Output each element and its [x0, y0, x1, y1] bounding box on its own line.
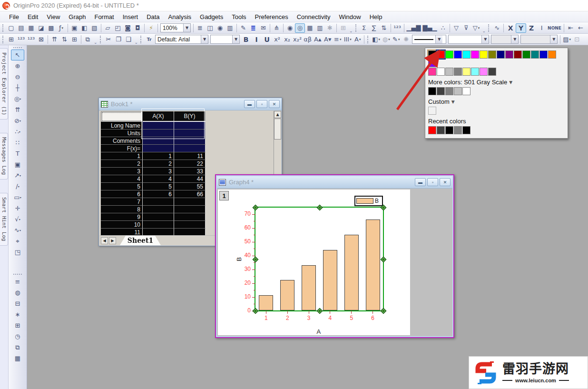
row-label-cell[interactable]: 7	[101, 198, 143, 206]
selection-handle[interactable]	[316, 308, 323, 314]
folder-stamp-tool[interactable]: ⧉	[11, 342, 24, 353]
data-cell[interactable]	[174, 130, 206, 137]
row-label-cell[interactable]: 6	[101, 190, 143, 198]
pattern-color-button[interactable]: ◍▾	[381, 35, 391, 44]
font-name-select[interactable]: Default: Arial▼	[155, 35, 208, 44]
menu-format[interactable]: Format	[90, 12, 118, 21]
frequency-count-button[interactable]: ∴	[438, 23, 448, 33]
project-tree-button[interactable]: ⋔	[272, 23, 282, 33]
row-label-cell[interactable]: F(x)=	[101, 145, 143, 152]
toolbar-grip[interactable]	[100, 36, 102, 43]
row-label-cell[interactable]: Units	[101, 130, 143, 137]
toolbar-grip[interactable]	[355, 24, 358, 32]
line-color-button[interactable]: ✎▾	[391, 35, 401, 44]
chart-bar[interactable]	[280, 280, 294, 310]
line-tool-dropdown-icon[interactable]: ▾	[18, 185, 20, 188]
row-label-cell[interactable]: 8	[101, 206, 143, 213]
font-size-select-dropdown-icon[interactable]: ▼	[232, 35, 239, 43]
subscript-button[interactable]: x₂	[282, 35, 292, 44]
data-cell[interactable]	[174, 221, 206, 229]
graph4-restore-button[interactable]: ▫	[427, 178, 438, 186]
custom-color-swatch[interactable]	[428, 107, 436, 115]
chart-bar[interactable]	[366, 219, 380, 310]
stats-on-row-button[interactable]: ▇▄▁	[422, 23, 438, 33]
color-swatch[interactable]	[539, 50, 548, 59]
color-swatch[interactable]	[531, 50, 539, 59]
pan-tool[interactable]: ✛	[11, 203, 24, 214]
set-as-y-button[interactable]: Y	[516, 23, 526, 33]
data-cell[interactable]: 55	[174, 183, 206, 190]
color-swatch[interactable]	[428, 50, 436, 59]
selection-handle[interactable]	[253, 256, 259, 262]
row-label-cell[interactable]: Comments	[101, 137, 143, 145]
new-folder-button[interactable]: ▤	[16, 23, 26, 33]
book1-titlebar[interactable]: Book1 * ▬ ▫ ✕	[99, 98, 282, 110]
color-swatch[interactable]	[454, 126, 462, 134]
color-swatch[interactable]	[480, 50, 488, 59]
save-project-button[interactable]: ◙	[123, 23, 133, 33]
color-swatch[interactable]	[462, 87, 470, 95]
glow-button[interactable]: ✺	[401, 35, 411, 44]
delete-worksheet-button[interactable]: ⊠	[36, 35, 46, 44]
selection-handle[interactable]	[316, 205, 323, 211]
color-swatch[interactable]	[445, 68, 453, 76]
circle-tool[interactable]: ◍	[11, 287, 24, 298]
toolbar-grip[interactable]	[2, 24, 5, 32]
book1-close-button[interactable]: ✕	[269, 100, 280, 108]
paste-button[interactable]: ❑	[124, 35, 134, 44]
color-swatch[interactable]	[437, 126, 445, 134]
axis-zoom-pan-tool[interactable]: ⌖	[11, 236, 24, 247]
pointer-tool[interactable]: ↖	[11, 50, 24, 60]
menu-gadgets[interactable]: Gadgets	[196, 12, 227, 21]
format-grid-button[interactable]: ▥	[315, 23, 325, 33]
open-excel-button[interactable]: ◰	[113, 23, 123, 33]
print-preview-button[interactable]: ◫	[205, 23, 215, 33]
new-notes-button[interactable]: ▧	[89, 23, 99, 33]
gears-button[interactable]: ✱	[325, 23, 335, 33]
layer1-badge[interactable]: 1	[219, 191, 229, 200]
menu-file[interactable]: File	[5, 12, 23, 21]
color-swatch[interactable]	[428, 68, 436, 76]
color-swatch[interactable]	[480, 68, 488, 76]
arrow-tool[interactable]: ↗▾	[11, 170, 24, 181]
data-cell[interactable]	[174, 198, 206, 206]
color-swatch[interactable]	[522, 50, 530, 59]
transpose-button[interactable]: ⊞	[69, 35, 79, 44]
data-cell[interactable]: 11	[174, 152, 206, 160]
menu-edit[interactable]: Edit	[23, 12, 42, 21]
line-color-dropdown-icon[interactable]: ▾	[398, 38, 400, 41]
font-bigger-button[interactable]: A▴	[313, 35, 323, 44]
legend[interactable]: B	[354, 196, 383, 206]
merge-bc-tool[interactable]: ⊟	[11, 298, 24, 309]
cluster-tool[interactable]: ∷	[11, 137, 24, 148]
zoom-dropdown-icon[interactable]: ▼	[183, 24, 190, 32]
data-cell[interactable]: 3	[143, 168, 174, 175]
selection-handle[interactable]	[381, 256, 387, 262]
column-header[interactable]: A(X)	[143, 111, 174, 122]
menu-window[interactable]: Window	[334, 12, 365, 21]
data-cell[interactable]	[143, 206, 174, 213]
color-swatch[interactable]	[445, 50, 453, 59]
slide-show-button[interactable]: ◉	[215, 23, 225, 33]
world-grid-button[interactable]: ⊡	[572, 35, 582, 44]
sum-column-button[interactable]: Σ	[359, 23, 369, 33]
color-swatch[interactable]	[548, 50, 556, 59]
font-color-dropdown-icon[interactable]: ▾	[359, 38, 361, 41]
row-label-cell[interactable]: Long Name	[101, 122, 143, 130]
line-tool[interactable]: ∕▾	[11, 181, 24, 192]
menu-view[interactable]: View	[42, 12, 64, 21]
font-color-button[interactable]: A▾	[353, 35, 363, 44]
color-swatch[interactable]	[437, 87, 445, 95]
graph4-titlebar[interactable]: Graph4 * ▬ ▫ ✕	[217, 176, 452, 189]
scroll-thumb[interactable]	[274, 119, 281, 140]
new-picture-button[interactable]: ▣	[69, 23, 79, 33]
font-size-select[interactable]: ▼	[210, 35, 240, 44]
worksheet-grid[interactable]: A(X)B(Y)Long NameUnitsCommentsF(x)=11112…	[101, 111, 206, 236]
move-column-button[interactable]: ⇈	[49, 35, 59, 44]
open-button[interactable]: ▱	[103, 23, 113, 33]
toolbar-overflow-icon[interactable]: ⌄	[135, 40, 138, 45]
menu-data[interactable]: Data	[142, 12, 164, 21]
zoom-graph-button[interactable]: ◎	[295, 23, 305, 33]
scroll-up-button[interactable]: ▲	[274, 111, 281, 118]
data-cell[interactable]	[174, 145, 206, 152]
